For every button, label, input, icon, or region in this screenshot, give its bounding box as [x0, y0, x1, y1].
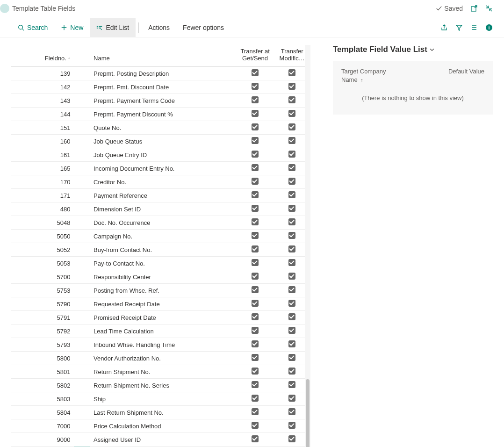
- cell-fieldno[interactable]: 139: [27, 67, 74, 80]
- checkbox[interactable]: [288, 110, 295, 117]
- checkbox[interactable]: [288, 273, 295, 280]
- table-row[interactable]: 5052Buy-from Contact No.: [11, 243, 310, 257]
- cell-transfer-get-send[interactable]: [237, 406, 274, 419]
- cell-name[interactable]: Promised Receipt Date: [90, 311, 237, 324]
- cell-name[interactable]: Prepmt. Payment Discount %: [90, 108, 237, 121]
- checkbox[interactable]: [252, 137, 259, 144]
- filter-icon[interactable]: [455, 24, 463, 31]
- cell-name[interactable]: Job Queue Status: [90, 135, 237, 148]
- checkbox[interactable]: [252, 69, 259, 76]
- table-row[interactable]: 171Payment Reference: [11, 189, 310, 202]
- cell-transfer-get-send[interactable]: [237, 175, 274, 189]
- cell-name[interactable]: Buy-from Contact No.: [90, 243, 237, 257]
- table-row[interactable]: 5803Ship: [11, 392, 310, 406]
- actions-button[interactable]: Actions: [142, 18, 176, 37]
- checkbox[interactable]: [252, 327, 259, 334]
- cell-name[interactable]: Creditor No.: [90, 175, 237, 189]
- cell-fieldno[interactable]: 160: [27, 135, 74, 148]
- table-row[interactable]: 5050Campaign No.: [11, 230, 310, 243]
- row-actions[interactable]: [74, 189, 90, 202]
- cell-transfer-get-send[interactable]: [237, 67, 274, 80]
- cell-fieldno[interactable]: 143: [27, 94, 74, 108]
- table-row[interactable]: 143Prepmt. Payment Terms Code: [11, 94, 310, 108]
- search-button[interactable]: Search: [11, 18, 54, 37]
- row-actions[interactable]: [74, 379, 90, 392]
- cell-fieldno[interactable]: 480: [27, 202, 74, 216]
- table-row[interactable]: 161Job Queue Entry ID: [11, 148, 310, 162]
- cell-name[interactable]: Last Return Shipment No.: [90, 406, 237, 419]
- checkbox[interactable]: [288, 151, 295, 158]
- table-row[interactable]: 5792Lead Time Calculation: [11, 324, 310, 338]
- cell-name[interactable]: Lead Time Calculation: [90, 324, 237, 338]
- checkbox[interactable]: [252, 110, 259, 117]
- cell-name[interactable]: Return Shipment No.: [90, 365, 237, 379]
- cell-name[interactable]: Campaign No.: [90, 230, 237, 243]
- checkbox[interactable]: [252, 83, 259, 90]
- side-col-target-company[interactable]: Target Company Name ↑: [341, 67, 397, 84]
- cell-name[interactable]: Pay-to Contact No.: [90, 257, 237, 270]
- side-col-default-value[interactable]: Default Value: [448, 67, 484, 84]
- table-row[interactable]: 5804Last Return Shipment No.: [11, 406, 310, 419]
- row-actions[interactable]: [74, 94, 90, 108]
- table-row[interactable]: 5700Responsibility Center: [11, 270, 310, 284]
- cell-name[interactable]: Price Calculation Method: [90, 419, 237, 433]
- cell-transfer-get-send[interactable]: [237, 189, 274, 202]
- row-actions[interactable]: [74, 338, 90, 352]
- checkbox[interactable]: [288, 435, 295, 442]
- cell-transfer-get-send[interactable]: [237, 135, 274, 148]
- checkbox[interactable]: [252, 123, 259, 130]
- row-actions[interactable]: [74, 311, 90, 324]
- edit-list-button[interactable]: Edit List: [90, 18, 136, 37]
- checkbox[interactable]: [288, 137, 295, 144]
- info-icon[interactable]: [485, 24, 493, 31]
- checkbox[interactable]: [288, 259, 295, 266]
- checkbox[interactable]: [252, 273, 259, 280]
- cell-name[interactable]: Incoming Document Entry No.: [90, 162, 237, 175]
- cell-transfer-get-send[interactable]: [237, 324, 274, 338]
- cell-transfer-get-send[interactable]: [237, 243, 274, 257]
- cell-name[interactable]: Requested Receipt Date: [90, 297, 237, 311]
- row-actions[interactable]: [74, 257, 90, 270]
- checkbox[interactable]: [252, 354, 259, 361]
- cell-transfer-get-send[interactable]: [237, 297, 274, 311]
- checkbox[interactable]: [252, 245, 259, 252]
- cell-name[interactable]: Vendor Authorization No.: [90, 352, 237, 365]
- table-row[interactable]: 5802Return Shipment No. Series: [11, 379, 310, 392]
- cell-transfer-get-send[interactable]: [237, 148, 274, 162]
- row-actions[interactable]: [74, 284, 90, 297]
- cell-name[interactable]: Doc. No. Occurrence: [90, 216, 237, 230]
- checkbox[interactable]: [288, 313, 295, 320]
- checkbox[interactable]: [288, 205, 295, 212]
- open-new-window-icon[interactable]: [470, 5, 478, 12]
- cell-transfer-get-send[interactable]: [237, 433, 274, 447]
- cell-name[interactable]: Posting from Whse. Ref.: [90, 284, 237, 297]
- col-name[interactable]: Name: [90, 45, 237, 67]
- row-actions[interactable]: [74, 67, 90, 80]
- col-fieldno[interactable]: Fieldno.↑: [27, 45, 74, 67]
- cell-name[interactable]: Assigned User ID: [90, 433, 237, 447]
- cell-fieldno[interactable]: 5753: [27, 284, 74, 297]
- table-row[interactable]: 7000Price Calculation Method: [11, 419, 310, 433]
- checkbox[interactable]: [252, 313, 259, 320]
- row-actions[interactable]: [74, 419, 90, 433]
- row-actions[interactable]: [74, 270, 90, 284]
- share-icon[interactable]: [440, 24, 448, 31]
- table-row[interactable]: 5053Pay-to Contact No.: [11, 257, 310, 270]
- checkbox[interactable]: [288, 422, 295, 429]
- cell-fieldno[interactable]: 165: [27, 162, 74, 175]
- cell-transfer-get-send[interactable]: [237, 80, 274, 94]
- table-row[interactable]: 5791Promised Receipt Date: [11, 311, 310, 324]
- checkbox[interactable]: [288, 408, 295, 415]
- cell-fieldno[interactable]: 7000: [27, 419, 74, 433]
- checkbox[interactable]: [252, 422, 259, 429]
- checkbox[interactable]: [288, 354, 295, 361]
- checkbox[interactable]: [288, 178, 295, 185]
- row-actions[interactable]: [74, 216, 90, 230]
- cell-fieldno[interactable]: 170: [27, 175, 74, 189]
- checkbox[interactable]: [288, 232, 295, 239]
- cell-name[interactable]: Quote No.: [90, 121, 237, 135]
- cell-fieldno[interactable]: 171: [27, 189, 74, 202]
- table-row[interactable]: 139Prepmt. Posting Description: [11, 67, 310, 80]
- cell-name[interactable]: Ship: [90, 392, 237, 406]
- cell-name[interactable]: Payment Reference: [90, 189, 237, 202]
